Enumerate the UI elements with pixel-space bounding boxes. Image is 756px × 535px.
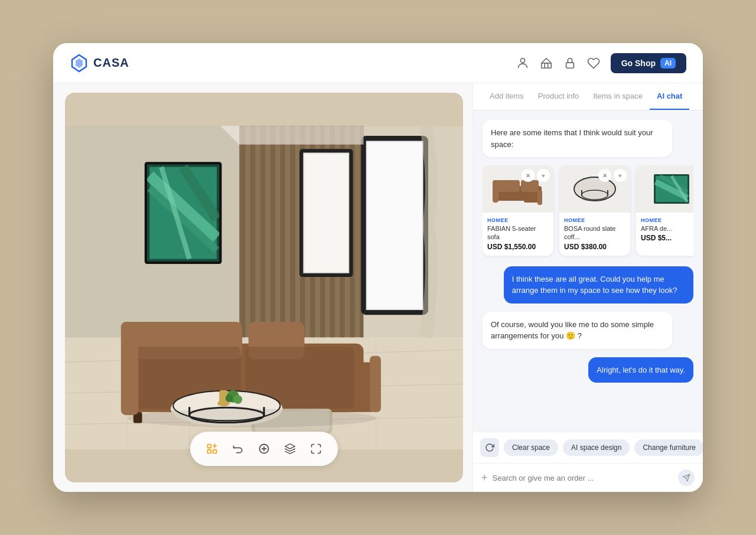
- product-card-img-art: [636, 165, 693, 213]
- product-brand-sofa: HOMEE: [487, 217, 549, 223]
- svg-rect-21: [290, 126, 295, 337]
- home-icon[interactable]: [540, 57, 553, 70]
- product-name-table: BOSA round slate coff...: [564, 224, 625, 242]
- search-plus-icon: +: [481, 472, 488, 484]
- clear-space-button[interactable]: Clear space: [504, 439, 558, 456]
- app-container: CASA Go Shop AI: [53, 43, 703, 492]
- product-name-art: AFRA de...: [641, 224, 693, 233]
- svg-point-68: [127, 409, 376, 428]
- card-close-table[interactable]: ✕: [598, 169, 611, 182]
- svg-rect-19: [271, 126, 275, 337]
- chat-message-4-text: Alright, let's do it that way.: [597, 366, 685, 374]
- product-cards-row: ✕ ♥ HOMEE FABIAN 5-seater sofa USD $1,55…: [483, 165, 693, 258]
- card-actions-table: ✕ ♥: [598, 169, 627, 182]
- svg-rect-54: [370, 356, 381, 412]
- chat-message-4: Alright, let's do it that way.: [588, 357, 693, 383]
- search-bar: +: [473, 463, 703, 492]
- product-card-img-table: ✕ ♥: [559, 165, 630, 213]
- svg-rect-4: [566, 63, 573, 68]
- ai-badge: AI: [660, 58, 676, 68]
- chat-message-3-text: Of course, would you like me to do some …: [491, 320, 654, 341]
- viewer-panel: [53, 83, 472, 492]
- tabs-row: Add items Product info Items in space AI…: [473, 83, 703, 110]
- svg-rect-18: [260, 126, 265, 337]
- chat-message-1-text: Here are some items that I think would s…: [491, 128, 653, 149]
- product-name-sofa: FABIAN 5-seater sofa: [487, 224, 549, 242]
- product-card-table: ✕ ♥ HOMEE BOSA round slate coff... USD $…: [559, 165, 630, 256]
- send-button[interactable]: [678, 469, 695, 486]
- add-item-button[interactable]: [201, 438, 223, 460]
- svg-marker-37: [220, 126, 363, 145]
- product-card-body-table: HOMEE BOSA round slate coff... USD $380.…: [559, 213, 630, 256]
- fullscreen-button[interactable]: [305, 438, 327, 460]
- product-card-body-art: HOMEE AFRA de... USD $5...: [636, 213, 693, 247]
- product-card-body-sofa: HOMEE FABIAN 5-seater sofa USD $1,550.00: [483, 213, 553, 256]
- card-actions-sofa: ✕ ♥: [522, 169, 550, 182]
- svg-marker-1: [76, 58, 83, 68]
- chat-message-3: Of course, would you like me to do some …: [483, 312, 672, 349]
- product-card-sofa: ✕ ♥ HOMEE FABIAN 5-seater sofa USD $1,55…: [483, 165, 553, 256]
- product-price-art: USD $5...: [641, 234, 693, 242]
- logo-area: CASA: [70, 54, 129, 73]
- svg-rect-3: [541, 63, 551, 68]
- main-content: Add items Product info Items in space AI…: [53, 83, 703, 492]
- person-icon[interactable]: [516, 57, 529, 70]
- go-shop-label: Go Shop: [621, 58, 656, 68]
- lock-icon[interactable]: [563, 57, 576, 70]
- tab-ai-chat[interactable]: AI chat: [650, 83, 689, 110]
- svg-rect-53: [121, 322, 138, 415]
- heart-icon[interactable]: [587, 57, 600, 70]
- svg-rect-80: [537, 190, 542, 205]
- svg-rect-71: [213, 450, 217, 454]
- svg-rect-16: [240, 126, 245, 337]
- product-card-art: HOMEE AFRA de... USD $5...: [636, 165, 693, 256]
- svg-rect-20: [280, 126, 285, 337]
- product-price-sofa: USD $1,550.00: [487, 243, 549, 251]
- room-view: [65, 93, 463, 482]
- svg-rect-69: [208, 445, 211, 448]
- logo-text: CASA: [93, 56, 129, 70]
- quick-actions: Clear space AI space design Change furni…: [473, 432, 703, 463]
- card-heart-table[interactable]: ♥: [614, 169, 627, 182]
- header: CASA Go Shop AI: [53, 43, 703, 83]
- svg-rect-77: [521, 180, 539, 192]
- chat-message-2: I think these are all great. Could you h…: [504, 266, 693, 304]
- search-input[interactable]: [493, 474, 673, 482]
- svg-rect-17: [250, 126, 255, 337]
- header-right: Go Shop AI: [516, 53, 686, 73]
- svg-point-66: [233, 395, 242, 404]
- tab-product-info[interactable]: Product info: [531, 83, 586, 110]
- 3d-view-button[interactable]: [279, 438, 301, 460]
- change-furniture-button[interactable]: Change furniture: [634, 439, 703, 456]
- right-panel: Add items Product info Items in space AI…: [472, 83, 703, 492]
- chat-message-1: Here are some items that I think would s…: [483, 120, 672, 157]
- card-heart-sofa[interactable]: ♥: [537, 169, 550, 182]
- tab-items-in-space[interactable]: Items in space: [586, 83, 650, 110]
- svg-point-67: [226, 394, 233, 402]
- go-shop-button[interactable]: Go Shop AI: [611, 53, 686, 73]
- viewer-toolbar: [190, 432, 338, 466]
- svg-rect-35: [367, 142, 422, 309]
- tab-add-items[interactable]: Add items: [483, 83, 531, 110]
- refresh-button[interactable]: [480, 438, 499, 457]
- svg-rect-32: [304, 154, 348, 272]
- chat-area: Here are some items that I think would s…: [473, 110, 703, 432]
- ai-space-design-button[interactable]: AI space design: [563, 439, 630, 456]
- art-img: [645, 171, 693, 207]
- card-close-sofa[interactable]: ✕: [522, 169, 535, 182]
- svg-point-2: [520, 58, 524, 62]
- product-brand-art: HOMEE: [641, 217, 693, 223]
- product-card-img-sofa: ✕ ♥: [483, 165, 553, 213]
- svg-rect-79: [493, 180, 498, 203]
- room-illustration: [65, 93, 463, 482]
- chat-message-2-text: I think these are all great. Could you h…: [512, 275, 677, 295]
- svg-rect-70: [208, 450, 211, 454]
- product-brand-table: HOMEE: [564, 217, 625, 223]
- logo-icon: [70, 54, 89, 73]
- zoom-in-button[interactable]: [253, 438, 275, 460]
- product-price-table: USD $380.00: [564, 243, 625, 251]
- undo-button[interactable]: [227, 438, 249, 460]
- svg-rect-76: [496, 180, 520, 192]
